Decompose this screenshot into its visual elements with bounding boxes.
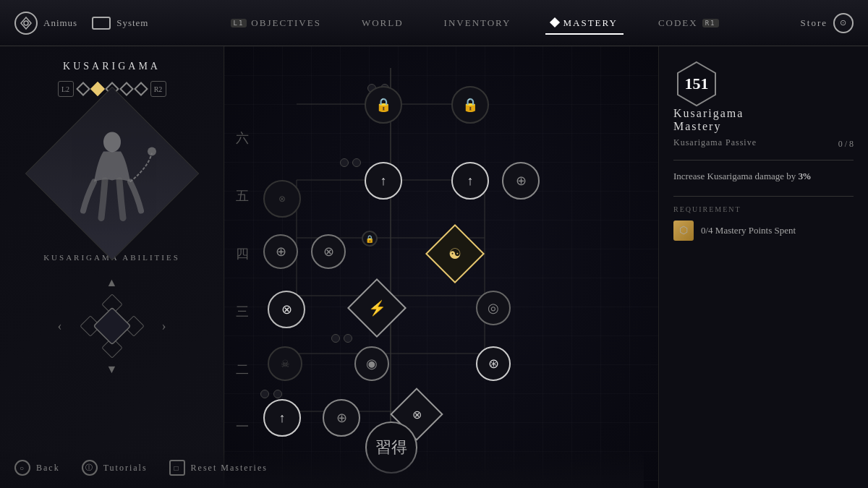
node-2-right-circle[interactable]: ⊛: [476, 346, 511, 381]
row2-connector-dots: [331, 334, 352, 343]
codex-label: Codex: [658, 17, 698, 29]
mastery-points-value: 151: [685, 74, 709, 93]
tab-inventory[interactable]: Inventory: [438, 14, 517, 32]
node-3-left[interactable]: ⊗: [268, 291, 305, 328]
store-label: Store: [801, 17, 827, 29]
node-2-center-circle[interactable]: ◉: [354, 346, 389, 381]
node-6-center[interactable]: 🔒: [365, 86, 402, 124]
reset-masteries-button[interactable]: □ Reset Masteries: [169, 460, 268, 476]
next-skill-button[interactable]: R2: [150, 81, 166, 97]
node-1-center[interactable]: ⊕: [323, 399, 360, 437]
skill-slot-5[interactable]: [134, 82, 148, 96]
rank-five-label: 五: [236, 187, 249, 205]
dot-2-2: [344, 334, 352, 343]
node-3-diamond[interactable]: ⚡: [356, 287, 398, 329]
divider-2: [673, 196, 854, 197]
r2-label: R2: [154, 85, 163, 93]
portrait-diamond: [25, 87, 198, 260]
node-4-left[interactable]: ⊕: [263, 234, 298, 269]
lock-icon-6c: 🔒: [375, 97, 391, 113]
warrior-figure: [25, 87, 199, 260]
dot-2-1: [331, 334, 340, 343]
node-4-diamond-shape[interactable]: ☯: [425, 224, 485, 283]
down-arrow-icon[interactable]: ▼: [106, 363, 118, 376]
node-3-left-circle[interactable]: ⊗: [268, 291, 305, 328]
row5-connector-dots: [340, 158, 361, 167]
node-6-center-circle[interactable]: 🔒: [365, 86, 402, 124]
l1-badge: L1: [231, 19, 247, 27]
node-5-center2-circle[interactable]: ↑: [451, 162, 489, 200]
requirement-label: REQUIREMENT: [673, 205, 854, 213]
node-1-left-circle[interactable]: ↑: [263, 399, 301, 437]
desc-text: Increase Kusarigama damage by: [673, 171, 796, 181]
animus-icon: [14, 12, 38, 35]
skill-tree: 六 五 四 三 二 一 🔒 🔒 ↑ ↑: [224, 46, 658, 488]
top-nav: Animus System L1 Objectives World Invent…: [0, 0, 868, 46]
node-1-center-circle[interactable]: ⊕: [323, 399, 360, 437]
rank-six-label: 六: [236, 129, 249, 147]
skill-slot-2-active[interactable]: [90, 82, 105, 96]
store-button[interactable]: Store ⊙: [801, 13, 854, 33]
node-4-locked[interactable]: 🔒: [362, 231, 378, 247]
node-5-center2[interactable]: ↑: [451, 162, 489, 200]
node-3-diamond-shape[interactable]: ⚡: [347, 278, 407, 338]
system-icon: [92, 17, 111, 30]
svg-marker-0: [21, 17, 31, 29]
desc-percent: 3%: [799, 171, 811, 181]
world-label: World: [362, 17, 404, 29]
node-5-locked-circle[interactable]: ⊗: [263, 180, 301, 218]
left-arrow-button[interactable]: ‹: [58, 319, 62, 334]
objectives-label: Objectives: [251, 17, 321, 29]
skill-slot-1[interactable]: [76, 82, 90, 96]
reset-icon: □: [169, 460, 185, 476]
tab-mastery[interactable]: Mastery: [545, 14, 623, 32]
bottom-bar: ○ Back ⓛ Tutorials □ Reset Masteries: [0, 448, 644, 488]
svg-point-3: [148, 147, 156, 155]
prev-skill-button[interactable]: L2: [58, 81, 74, 97]
node-5-right[interactable]: ⊕: [502, 162, 540, 200]
tab-world[interactable]: World: [356, 14, 409, 32]
animus-nav-item[interactable]: Animus: [14, 12, 77, 35]
skill-slot-4[interactable]: [119, 82, 134, 96]
node-5-locked[interactable]: ⊗: [263, 180, 301, 218]
node-4-left-circle[interactable]: ⊕: [263, 234, 298, 269]
tab-objectives[interactable]: L1 Objectives: [225, 14, 327, 32]
node-4-center1[interactable]: ⊗: [311, 234, 346, 269]
up-arrow-icon[interactable]: ▲: [106, 276, 118, 289]
tutorials-label: Tutorials: [103, 463, 148, 474]
node-2-center[interactable]: ◉: [354, 346, 389, 381]
node-5-right-circle[interactable]: ⊕: [502, 162, 540, 200]
r1-badge: R1: [702, 19, 719, 27]
nav-right: Store ⊙: [801, 13, 854, 33]
right-arrow-button[interactable]: ›: [162, 319, 166, 334]
node-6-right[interactable]: 🔒: [451, 86, 489, 124]
node-3-right[interactable]: ◎: [476, 291, 511, 325]
mastery-diamond-icon: [550, 17, 560, 27]
panel-subtitle: Kusarigama Passive: [673, 137, 757, 148]
back-icon: ○: [14, 460, 30, 476]
tab-codex[interactable]: Codex R1: [652, 14, 725, 32]
req-mastery-icon: ⬡: [673, 221, 694, 241]
tutorials-button[interactable]: ⓛ Tutorials: [82, 460, 148, 476]
node-3-right-circle[interactable]: ◎: [476, 291, 511, 325]
node-1-left[interactable]: ↑: [263, 399, 301, 437]
node-6-right-circle[interactable]: 🔒: [451, 86, 489, 124]
node-2-left[interactable]: ☠: [268, 346, 302, 381]
node-5-center1-circle[interactable]: ↑: [365, 162, 402, 200]
lock-icon-6r: 🔒: [462, 97, 478, 113]
node-2-left-circle[interactable]: ☠: [268, 346, 302, 381]
divider-1: [673, 160, 854, 160]
tutorials-icon: ⓛ: [82, 460, 98, 476]
node-4-locked-circle[interactable]: 🔒: [362, 231, 378, 247]
node-2-right[interactable]: ⊛: [476, 346, 511, 381]
dot-5-2: [352, 158, 361, 167]
weapon-portrait: [47, 108, 177, 239]
node-4-diamond[interactable]: ☯: [434, 233, 476, 275]
node-4-center1-circle[interactable]: ⊗: [311, 234, 346, 269]
system-nav-item[interactable]: System: [92, 17, 148, 30]
nav-center: L1 Objectives World Inventory Mastery Co…: [148, 14, 800, 32]
node-5-center1[interactable]: ↑: [365, 162, 402, 200]
mini-skill-nav: ▲ ‹ › ▼: [80, 276, 145, 376]
back-button[interactable]: ○ Back: [14, 460, 60, 476]
node-3-diamond-inner: ⚡: [368, 299, 386, 317]
